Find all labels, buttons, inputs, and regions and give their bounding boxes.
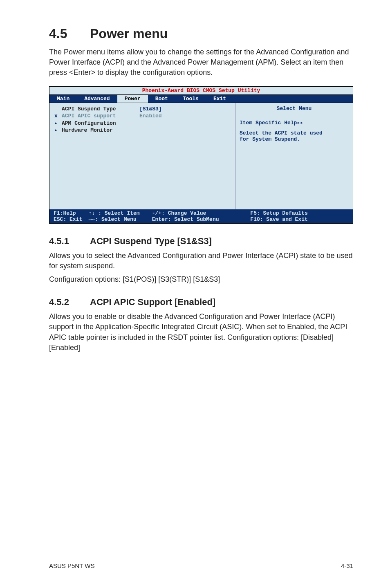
- bios-title: Phoenix-Award BIOS CMOS Setup Utility: [49, 87, 353, 95]
- s452-p1: Allows you to enable or disable the Adva…: [49, 312, 353, 353]
- bios-item-hardware-monitor[interactable]: ▸ Hardware Monitor: [54, 127, 231, 134]
- row-gutter: x: [54, 112, 62, 120]
- bios-screenshot: Phoenix-Award BIOS CMOS Setup Utility Ma…: [49, 86, 353, 224]
- bios-right-pane: Select Menu Item Specific Help▸▸ Select …: [235, 103, 353, 209]
- bios-item-apm-config[interactable]: ▸ APM Configuration: [54, 120, 231, 127]
- tab-tools[interactable]: Tools: [175, 95, 206, 103]
- help-line: Item Specific Help▸▸: [240, 119, 349, 126]
- row-value: [139, 127, 231, 134]
- submenu-icon: ▸: [54, 127, 62, 134]
- bios-item-acpi-apic: x ACPI APIC support Enabled: [54, 112, 231, 120]
- footer-rule: [49, 558, 353, 558]
- bios-menubar: Main Advanced Power Boot Tools Exit: [49, 95, 353, 103]
- tab-boot[interactable]: Boot: [148, 95, 175, 103]
- page-footer: ASUS P5NT WS 4-31: [0, 558, 390, 569]
- subheading-452: 4.5.2ACPI APIC Support [Enabled]: [49, 297, 353, 307]
- row-value: Enabled: [139, 112, 231, 120]
- page-content: 4.5Power menu The Power menu items allow…: [0, 0, 390, 353]
- subheading-451: 4.5.1ACPI Suspend Type [S1&S3]: [49, 236, 353, 247]
- footer-right: 4-31: [341, 562, 353, 569]
- row-value: [139, 120, 231, 127]
- tab-main[interactable]: Main: [49, 95, 77, 103]
- tab-advanced[interactable]: Advanced: [77, 95, 117, 103]
- s451-p2: Configuration options: [S1(POS)] [S3(STR…: [49, 274, 353, 285]
- heading-title: Power menu: [90, 26, 168, 41]
- row-label: Hardware Monitor: [62, 127, 139, 134]
- subheading-number: 4.5.1: [49, 236, 90, 247]
- help-line: Select the ACPI state used: [240, 130, 349, 136]
- tab-power[interactable]: Power: [117, 95, 148, 103]
- row-value: [S1&S3]: [139, 105, 231, 113]
- row-label: ACPI Suspend Type: [62, 105, 139, 113]
- bios-item-acpi-suspend[interactable]: ACPI Suspend Type [S1&S3]: [54, 105, 231, 113]
- help-line: for System Suspend.: [240, 136, 349, 142]
- s451-p1: Allows you to select the Advanced Config…: [49, 251, 353, 271]
- right-divider: [235, 116, 353, 116]
- tab-exit[interactable]: Exit: [206, 95, 233, 103]
- footer-left: ASUS P5NT WS: [49, 562, 94, 569]
- subheading-number: 4.5.2: [49, 297, 90, 307]
- submenu-icon: ▸: [54, 120, 62, 127]
- heading-number: 4.5: [49, 26, 90, 41]
- select-menu-title: Select Menu: [240, 105, 349, 112]
- bios-left-pane: ACPI Suspend Type [S1&S3] x ACPI APIC su…: [49, 103, 235, 209]
- row-label: APM Configuration: [62, 120, 139, 127]
- bios-body: ACPI Suspend Type [S1&S3] x ACPI APIC su…: [49, 103, 353, 209]
- foot-col-1: F1:Help ↑↓ : Select ItemESC: Exit →←: Se…: [54, 210, 152, 222]
- bios-footer: F1:Help ↑↓ : Select ItemESC: Exit →←: Se…: [49, 209, 353, 223]
- main-heading: 4.5Power menu: [49, 26, 353, 41]
- footer-row: ASUS P5NT WS 4-31: [49, 562, 353, 569]
- intro-paragraph: The Power menu items allow you to change…: [49, 47, 353, 78]
- subheading-title: ACPI Suspend Type [S1&S3]: [90, 236, 212, 246]
- foot-col-3: F5: Setup DefaultsF10: Save and Exit: [250, 210, 349, 222]
- row-gutter: [54, 105, 62, 113]
- subheading-title: ACPI APIC Support [Enabled]: [90, 297, 215, 307]
- row-label: ACPI APIC support: [62, 112, 139, 120]
- foot-col-2: -/+: Change ValueEnter: Select SubMenu: [152, 210, 251, 222]
